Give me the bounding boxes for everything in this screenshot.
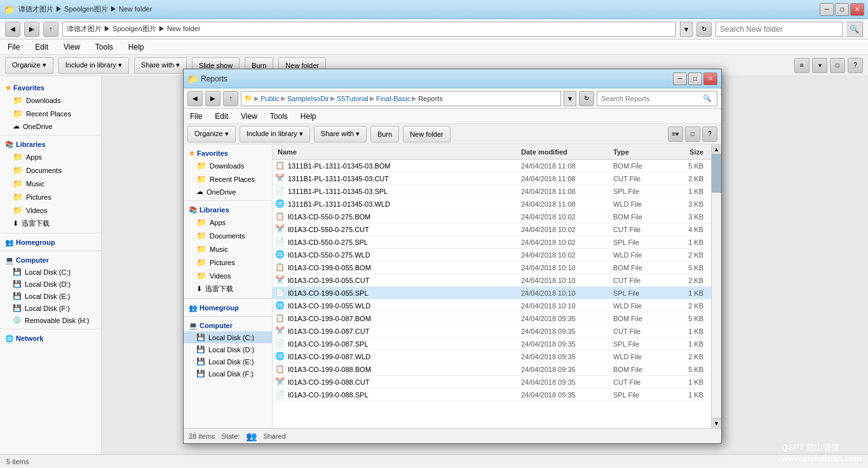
inner-menu-file[interactable]: File (187, 111, 205, 122)
table-row[interactable]: 📄 I01A3-CD-550-0-275.SPL 24/04/2018 10:0… (273, 236, 711, 249)
inner-refresh-button[interactable]: ↻ (579, 91, 594, 106)
outer-back-button[interactable]: ◀ (5, 22, 20, 37)
outer-network-title[interactable]: 🌐 Network (0, 332, 101, 344)
breadcrumb-public[interactable]: Public (261, 95, 280, 102)
inner-share-with-button[interactable]: Share with ▾ (314, 126, 367, 142)
outer-sidebar-videos[interactable]: 📁 Videos (0, 203, 101, 217)
scroll-up-button[interactable]: ▲ (712, 144, 721, 155)
outer-libraries-title[interactable]: 📚 Libraries (0, 138, 101, 150)
inner-scrollbar[interactable]: ▲ ▼ (711, 144, 721, 428)
inner-up-button[interactable]: ↑ (223, 91, 238, 106)
outer-sidebar-e-drive[interactable]: 💾 Local Disk (E:) (0, 290, 101, 302)
inner-sidebar-pictures[interactable]: 📁 Pictures (184, 256, 272, 269)
table-row[interactable]: ✂️ I01A3-CD-550-0-275.CUT 24/04/2018 10:… (273, 223, 711, 236)
inner-sidebar-videos[interactable]: 📁 Videos (184, 269, 272, 282)
table-row[interactable]: 📄 I01A3-CO-199-0-088.SPL 24/04/2018 09:3… (273, 389, 711, 401)
outer-sidebar-downloads[interactable]: 📁 Downloads (0, 93, 101, 107)
inner-organize-button[interactable]: Organize ▾ (187, 126, 236, 142)
outer-address-dropdown[interactable]: ▾ (680, 22, 693, 37)
inner-new-folder-button[interactable]: New folder (403, 126, 451, 142)
scroll-down-button[interactable]: ▼ (712, 418, 721, 428)
inner-sidebar-onedrive[interactable]: ☁ OneDrive (184, 186, 272, 198)
inner-menu-edit[interactable]: Edit (212, 111, 231, 122)
inner-address-dropdown[interactable]: ▾ (564, 91, 576, 106)
outer-sidebar-onedrive[interactable]: ☁ OneDrive (0, 120, 101, 132)
col-size-header[interactable]: Size (670, 148, 709, 156)
outer-menu-edit[interactable]: Edit (32, 41, 51, 53)
inner-close-button[interactable]: ✕ (703, 72, 717, 85)
outer-menu-view[interactable]: View (61, 41, 83, 53)
outer-menu-tools[interactable]: Tools (93, 41, 116, 53)
breadcrumb-finalbasic[interactable]: Final-Basic (376, 95, 410, 102)
inner-sidebar-f-drive[interactable]: 💾 Local Disk (F:) (184, 368, 272, 380)
table-row[interactable]: 📋 I01A3-CD-550-0-275.BOM 24/04/2018 10:0… (273, 210, 711, 223)
outer-close-button[interactable]: ✕ (850, 3, 864, 16)
table-row[interactable]: ✂️ I01A3-CO-199-0-055.CUT 24/04/2018 10:… (273, 274, 711, 287)
outer-minimize-button[interactable]: ─ (820, 3, 834, 16)
inner-menu-help[interactable]: Help (298, 111, 319, 122)
inner-computer-title[interactable]: 💻 Computer (184, 319, 272, 331)
inner-sidebar-xunlei[interactable]: ⬇ 迅雷下载 (184, 282, 272, 296)
table-row[interactable]: 🌐 I01A3-CO-199-0-055.WLD 24/04/2018 10:1… (273, 299, 711, 312)
outer-sidebar-documents[interactable]: 📁 Documents (0, 163, 101, 177)
table-row[interactable]: 🌐 1311B1-PL-1311-01345-03.WLD 24/04/2018… (273, 198, 711, 210)
inner-burn-button[interactable]: Burn (370, 126, 399, 142)
table-row[interactable]: ✂️ I01A3-CO-199-0-088.CUT 24/04/2018 09:… (273, 376, 711, 389)
outer-refresh-button[interactable]: ↻ (696, 22, 712, 37)
table-row[interactable]: 🌐 I01A3-CD-550-0-275.WLD 24/04/2018 10:0… (273, 249, 711, 261)
outer-favorites-title[interactable]: ★ Favorites (0, 81, 101, 93)
outer-sidebar-pictures[interactable]: 📁 Pictures (0, 190, 101, 203)
outer-sidebar-music[interactable]: 📁 Music (0, 177, 101, 190)
outer-sidebar-h-drive[interactable]: 💿 Removable Disk (H:) (0, 314, 101, 326)
inner-search-input[interactable] (601, 95, 703, 102)
inner-back-button[interactable]: ◀ (187, 91, 203, 106)
outer-up-button[interactable]: ↑ (43, 22, 58, 37)
table-row[interactable]: 📄 I01A3-CO-199-0-087.SPL 24/04/2018 09:3… (273, 338, 711, 350)
outer-address-input[interactable] (62, 22, 676, 37)
table-row[interactable]: 📄 1311B1-PL-1311-01345-03.SPL 24/04/2018… (273, 185, 711, 198)
inner-minimize-button[interactable]: ─ (673, 72, 687, 85)
table-row[interactable]: 📋 I01A3-CO-199-0-055.BOM 24/04/2018 10:1… (273, 261, 711, 274)
inner-homegroup-title[interactable]: 👥 Homegroup (184, 301, 272, 313)
inner-favorites-title[interactable]: ★ Favorites (184, 147, 272, 159)
inner-sidebar-music[interactable]: 📁 Music (184, 242, 272, 256)
outer-include-library-button[interactable]: Include in library ▾ (58, 57, 129, 74)
outer-sidebar-recent-places[interactable]: 📁 Recent Places (0, 107, 101, 120)
table-row[interactable]: ✂️ 1311B1-PL-1311-01345-03.CUT 24/04/201… (273, 172, 711, 185)
inner-menu-tools[interactable]: Tools (268, 111, 290, 122)
outer-menu-file[interactable]: File (5, 41, 22, 53)
breadcrumb-sampleisodir[interactable]: SampleIsoDir (287, 95, 329, 102)
outer-sidebar-d-drive[interactable]: 💾 Local Disk (D:) (0, 278, 101, 290)
inner-sidebar-recent[interactable]: 📁 Recent Places (184, 172, 272, 186)
inner-sidebar-documents[interactable]: 📁 Documents (184, 229, 272, 242)
inner-help-button[interactable]: ? (702, 127, 717, 142)
inner-libraries-title[interactable]: 📚 Libraries (184, 203, 272, 216)
inner-view-options-button[interactable]: ≡▾ (668, 127, 683, 142)
outer-sidebar-c-drive[interactable]: 💾 Local Disk (C:) (0, 266, 101, 278)
outer-homegroup-title[interactable]: 👥 Homegroup (0, 236, 101, 248)
outer-sidebar-apps[interactable]: 📁 Apps (0, 150, 101, 163)
inner-sidebar-downloads[interactable]: 📁 Downloads (184, 159, 272, 172)
table-row[interactable]: 🌐 I01A3-CO-199-0-087.WLD 24/04/2018 09:3… (273, 350, 711, 363)
outer-help-icon-button[interactable]: ? (848, 58, 863, 73)
inner-sidebar-c-drive[interactable]: 💾 Local Disk (C:) (184, 331, 272, 343)
inner-sidebar-e-drive[interactable]: 💾 Local Disk (E:) (184, 355, 272, 368)
col-type-header[interactable]: Type (613, 148, 670, 156)
table-row[interactable]: 📋 1311B1-PL-1311-01345-03.BOM 24/04/2018… (273, 160, 711, 172)
outer-preview-button[interactable]: □ (830, 58, 845, 73)
outer-view-toggle-button[interactable]: ▾ (812, 58, 827, 73)
outer-sidebar-f-drive[interactable]: 💾 Local Disk (F:) (0, 302, 101, 314)
inner-sidebar-d-drive[interactable]: 💾 Local Disk (D:) (184, 343, 272, 355)
inner-menu-view[interactable]: View (238, 111, 260, 122)
inner-maximize-button[interactable]: □ (688, 72, 702, 85)
table-row[interactable]: 📋 I01A3-CO-199-0-087.BOM 24/04/2018 09:3… (273, 312, 711, 325)
outer-sidebar-xunlei[interactable]: ⬇ 迅雷下载 (0, 217, 101, 230)
table-row[interactable]: 📋 I01A3-CO-199-0-088.BOM 24/04/2018 09:3… (273, 363, 711, 376)
inner-forward-button[interactable]: ▶ (205, 91, 220, 106)
col-date-header[interactable]: Date modified (521, 148, 613, 156)
outer-menu-help[interactable]: Help (126, 41, 147, 53)
table-row[interactable]: 📄 I01A3-CO-199-0-055.SPL 24/04/2018 10:1… (273, 287, 711, 299)
col-name-header[interactable]: Name (275, 148, 521, 156)
outer-view-details-button[interactable]: ≡ (794, 58, 810, 73)
outer-organize-button[interactable]: Organize ▾ (5, 57, 53, 74)
